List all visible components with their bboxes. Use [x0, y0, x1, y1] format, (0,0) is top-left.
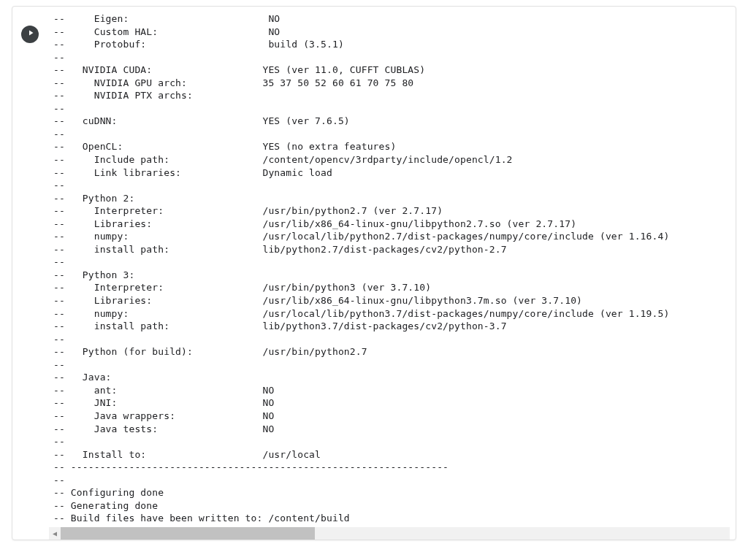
output-text: -- Eigen: NO -- Custom HAL: NO -- Protob…: [53, 12, 727, 525]
play-icon: [25, 28, 35, 41]
cell-output: -- Eigen: NO -- Custom HAL: NO -- Protob…: [49, 7, 736, 540]
code-cell: -- Eigen: NO -- Custom HAL: NO -- Protob…: [12, 6, 736, 540]
horizontal-scrollbar[interactable]: ◀: [49, 527, 730, 540]
scroll-thumb[interactable]: [61, 527, 315, 540]
cell-content: -- Eigen: NO -- Custom HAL: NO -- Protob…: [12, 7, 736, 540]
run-cell-button[interactable]: [21, 26, 39, 43]
cell-gutter: [12, 7, 49, 540]
scroll-track[interactable]: [61, 527, 730, 540]
chevron-left-icon: ◀: [53, 529, 57, 539]
scroll-left-button[interactable]: ◀: [49, 527, 61, 540]
